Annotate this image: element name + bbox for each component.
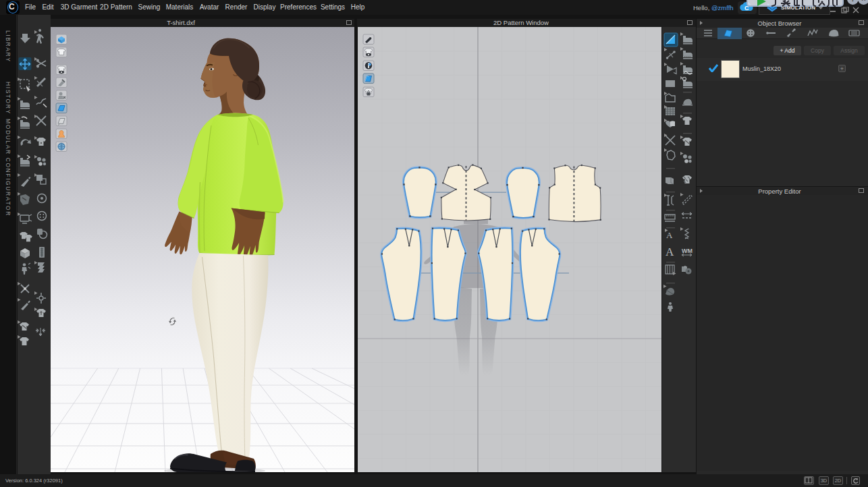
svg-text:A: A	[666, 246, 674, 258]
svg-text:A: A	[666, 230, 673, 240]
svg-text:WM: WM	[682, 248, 693, 254]
